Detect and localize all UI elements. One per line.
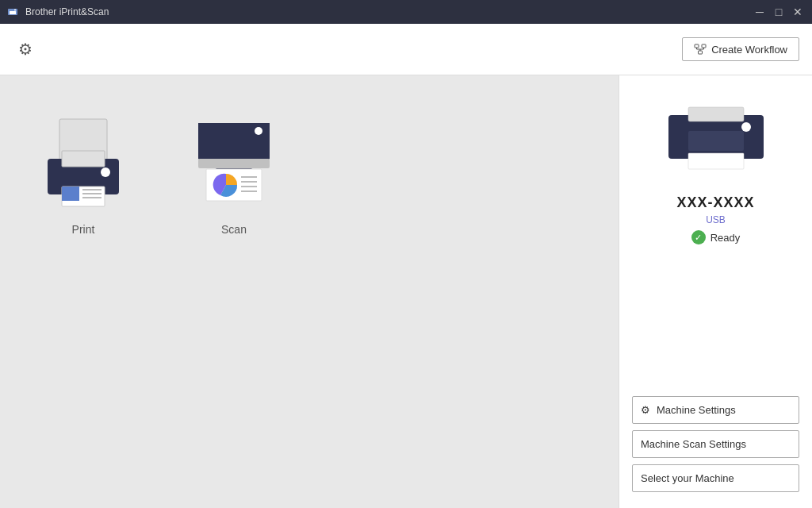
svg-rect-13	[62, 151, 105, 167]
device-status: ✓ Ready	[691, 230, 741, 244]
machine-settings-label: Machine Settings	[657, 404, 736, 416]
gear-icon: ⚙	[18, 40, 33, 59]
close-button[interactable]: ✕	[790, 4, 806, 20]
select-machine-button[interactable]: Select your Machine	[632, 464, 799, 492]
svg-point-33	[741, 122, 751, 132]
icon-grid: Print	[32, 107, 285, 236]
scan-label: Scan	[221, 223, 247, 236]
svg-rect-1	[10, 11, 16, 14]
settings-button[interactable]: ⚙	[13, 37, 38, 62]
svg-point-19	[101, 167, 110, 177]
device-image	[661, 99, 772, 179]
select-machine-label: Select your Machine	[641, 472, 734, 484]
scan-item[interactable]: Scan	[182, 107, 285, 236]
titlebar-controls: ─ □ ✕	[752, 4, 806, 20]
settings-icon: ⚙	[641, 404, 650, 416]
machine-settings-button[interactable]: ⚙ Machine Settings	[632, 396, 799, 424]
restore-button[interactable]: □	[771, 4, 787, 20]
toolbar: ⚙ Create Workflow	[0, 24, 812, 75]
create-workflow-label: Create Workflow	[711, 44, 787, 56]
print-item[interactable]: Print	[32, 107, 135, 236]
machine-scan-settings-button[interactable]: Machine Scan Settings	[632, 430, 799, 458]
svg-rect-22	[198, 159, 270, 168]
print-label: Print	[72, 223, 95, 236]
scan-icon	[182, 107, 285, 214]
titlebar-left: Brother iPrint&Scan	[6, 6, 109, 18]
workflow-icon	[694, 43, 707, 56]
device-name: XXX-XXXX	[676, 194, 754, 211]
status-text: Ready	[710, 232, 741, 244]
app-icon	[6, 6, 19, 18]
svg-rect-4	[702, 44, 706, 48]
svg-rect-31	[688, 153, 744, 169]
machine-scan-settings-label: Machine Scan Settings	[641, 438, 746, 450]
titlebar: Brother iPrint&Scan ─ □ ✕	[0, 0, 812, 24]
print-icon	[32, 107, 135, 214]
minimize-button[interactable]: ─	[752, 4, 768, 20]
main-container: Print	[0, 75, 812, 508]
app-title: Brother iPrint&Scan	[25, 6, 109, 17]
svg-rect-15	[62, 187, 79, 201]
svg-rect-5	[699, 51, 703, 54]
device-connection: USB	[706, 214, 726, 225]
svg-point-2	[14, 10, 16, 11]
svg-rect-32	[688, 131, 744, 151]
create-workflow-button[interactable]: Create Workflow	[682, 37, 799, 61]
svg-rect-3	[695, 44, 699, 48]
right-panel: XXX-XXXX USB ✓ Ready ⚙ Machine Settings …	[619, 75, 812, 508]
status-check-icon: ✓	[691, 230, 706, 244]
svg-point-21	[255, 127, 262, 135]
left-panel: Print	[0, 75, 619, 508]
svg-rect-30	[688, 107, 744, 121]
